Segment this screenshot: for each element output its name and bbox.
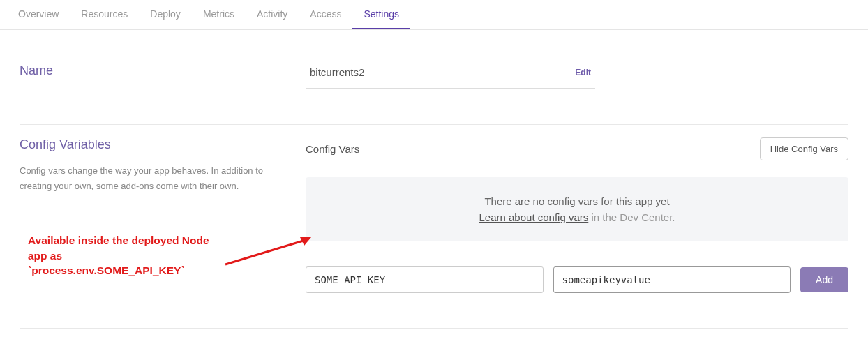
config-vars-label: Config Vars	[306, 143, 359, 155]
tab-metrics[interactable]: Metrics	[192, 0, 246, 29]
config-vars-description: Config vars change the way your app beha…	[20, 163, 278, 194]
edit-name-link[interactable]: Edit	[575, 68, 595, 77]
learn-suffix: in the Dev Center.	[588, 211, 675, 223]
annotation-line1: Available inside the deployed Node app a…	[28, 234, 209, 262]
add-config-var-button[interactable]: Add	[800, 267, 848, 292]
annotation-line2: `process.env.SOME_API_KEY`	[28, 264, 185, 276]
tab-deploy[interactable]: Deploy	[139, 0, 192, 29]
name-section: Name bitcurrents2 Edit	[20, 51, 848, 125]
content-area: Name bitcurrents2 Edit Config Variables …	[0, 30, 868, 350]
name-section-title: Name	[20, 63, 278, 78]
tab-activity[interactable]: Activity	[246, 0, 299, 29]
empty-message: There are no config vars for this app ye…	[320, 195, 835, 207]
name-row: bitcurrents2 Edit	[306, 63, 595, 89]
config-var-key-input[interactable]	[306, 266, 544, 293]
tab-resources[interactable]: Resources	[70, 0, 139, 29]
config-vars-title: Config Variables	[20, 137, 278, 152]
tab-settings[interactable]: Settings	[352, 0, 410, 29]
svg-line-0	[225, 240, 306, 264]
tab-access[interactable]: Access	[299, 0, 352, 29]
tab-overview[interactable]: Overview	[7, 0, 70, 29]
annotation-text: Available inside the deployed Node app a…	[28, 233, 209, 278]
learn-config-vars-link[interactable]: Learn about config vars	[479, 211, 588, 223]
annotation-arrow-icon	[222, 233, 320, 275]
config-header: Config Vars Hide Config Vars	[306, 137, 848, 160]
tabs-bar: Overview Resources Deploy Metrics Activi…	[0, 0, 868, 30]
config-vars-section: Config Variables Config vars change the …	[20, 125, 848, 329]
config-vars-empty-box: There are no config vars for this app ye…	[306, 177, 848, 241]
config-var-value-input[interactable]	[553, 266, 791, 293]
app-name-value: bitcurrents2	[306, 63, 575, 81]
hide-config-vars-button[interactable]: Hide Config Vars	[760, 137, 848, 160]
add-config-var-row: Add	[306, 266, 848, 293]
